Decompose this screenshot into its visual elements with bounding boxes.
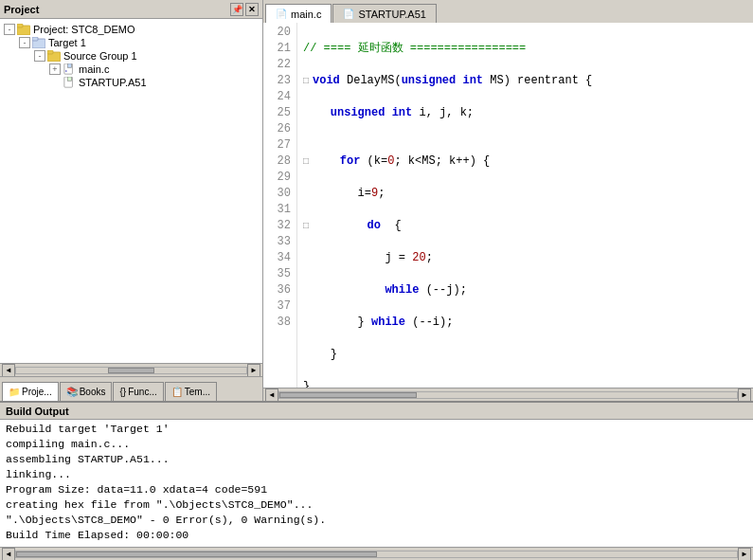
close-button[interactable]: ✕ (245, 3, 259, 16)
output-hscroll[interactable]: ◀ ▶ (0, 547, 753, 560)
svg-rect-1 (17, 24, 23, 27)
tab-books-label: Books (80, 387, 106, 397)
project-icon (17, 24, 30, 35)
tree-item-project[interactable]: - Project: STC8_DEMO (0, 23, 262, 36)
tab-templ[interactable]: 📋 Tem... (165, 382, 217, 401)
project-panel: Project 📌 ✕ - Project: STC8_DEMO (0, 0, 263, 401)
output-line-3: assembling STARTUP.A51... (6, 452, 747, 467)
output-line-4: linking... (6, 467, 747, 482)
output-scroll-thumb[interactable] (16, 551, 377, 557)
code-hscroll[interactable]: ◀ ▶ (263, 388, 753, 401)
output-scroll-track[interactable] (15, 551, 738, 558)
output-scroll-right[interactable]: ▶ (738, 548, 751, 561)
tab-project-label: Proje... (22, 387, 52, 397)
panel-controls: 📌 ✕ (230, 3, 259, 16)
target-icon (32, 37, 45, 48)
output-line-8: Build Time Elapsed: 00:00:00 (6, 528, 747, 543)
tab-books[interactable]: 📚 Books (60, 382, 113, 401)
output-line-2: compiling main.c... (6, 437, 747, 452)
build-output-label: Build Output (6, 406, 69, 417)
startup-tab-icon: 📄 (343, 9, 354, 19)
tree-item-target1[interactable]: - Target 1 (0, 36, 262, 49)
mainc-tab-icon: 📄 (276, 9, 287, 19)
left-scroll-right[interactable]: ▶ (247, 364, 260, 377)
build-output-title: Build Output (0, 403, 753, 420)
tab-project[interactable]: 📁 Proje... (2, 382, 59, 401)
mainc-tab-label: main.c (291, 9, 321, 20)
left-hscroll[interactable]: ◀ ▶ (0, 363, 262, 376)
tab-funcs-label: Func... (128, 387, 157, 397)
tab-funcs[interactable]: {} Func... (113, 382, 163, 401)
code-area[interactable]: 20 21 22 23 24 25 26 27 28 29 30 31 32 3… (263, 23, 753, 388)
project-tree: - Project: STC8_DEMO - Target 1 (0, 19, 262, 363)
panel-title: Project (4, 4, 39, 15)
left-scroll-left[interactable]: ◀ (2, 364, 15, 377)
code-scroll-thumb[interactable] (279, 392, 417, 398)
tab-project-icon: 📁 (9, 387, 20, 397)
tree-item-startupa51[interactable]: STARTUP.A51 (0, 76, 262, 89)
code-editor: 📄 main.c 📄 STARTUP.A51 20 21 22 23 24 25 (263, 0, 753, 401)
expand-icon-mainc[interactable]: + (49, 63, 61, 75)
mainc-label: main.c (79, 63, 109, 75)
startup-tab-label: STARTUP.A51 (358, 9, 426, 20)
code-tab-bar: 📄 main.c 📄 STARTUP.A51 (263, 0, 753, 23)
svg-rect-5 (47, 50, 53, 54)
svg-rect-10 (67, 77, 71, 81)
tree-item-sourcegroup1[interactable]: - Source Group 1 (0, 49, 262, 63)
sourcegroup-icon (47, 50, 61, 62)
output-scroll-left[interactable]: ◀ (2, 548, 15, 561)
output-line-1: Rebuild target 'Target 1' (6, 422, 747, 437)
left-scroll-thumb[interactable] (108, 368, 154, 373)
code-tab-mainc[interactable]: 📄 main.c (265, 4, 332, 23)
c-file-icon: c (63, 63, 76, 75)
code-content[interactable]: // ==== 延时函数 ================= □void Del… (297, 23, 753, 388)
tab-templ-icon: 📋 (171, 387, 183, 397)
tab-funcs-icon: {} (119, 387, 126, 397)
output-line-7: ".\Objects\STC8_DEMO" - 0 Error(s), 0 Wa… (6, 513, 747, 528)
pin-button[interactable]: 📌 (230, 3, 243, 16)
panel-title-bar: Project 📌 ✕ (0, 0, 262, 19)
code-tab-startupa51[interactable]: 📄 STARTUP.A51 (332, 4, 437, 23)
output-line-6: creating hex file from ".\Objects\STC8_D… (6, 497, 747, 513)
svg-rect-7 (67, 63, 71, 67)
startupa51-label: STARTUP.A51 (79, 77, 147, 88)
left-tab-bar: 📁 Proje... 📚 Books {} Func... 📋 Tem... (0, 376, 262, 401)
left-scroll-track[interactable] (15, 367, 247, 374)
tab-templ-label: Tem... (185, 387, 210, 397)
project-label: Project: STC8_DEMO (33, 24, 135, 35)
tab-books-icon: 📚 (66, 387, 78, 397)
svg-rect-3 (32, 37, 38, 41)
expand-icon-target1[interactable]: - (19, 37, 30, 48)
target1-label: Target 1 (48, 37, 86, 48)
asm-file-icon (63, 77, 76, 88)
build-output-content: Rebuild target 'Target 1' compiling main… (0, 420, 753, 547)
expand-icon-project[interactable]: - (4, 24, 15, 35)
tree-item-mainc[interactable]: + c main.c (0, 63, 262, 76)
build-output-panel: Build Output Rebuild target 'Target 1' c… (0, 401, 753, 560)
line-numbers: 20 21 22 23 24 25 26 27 28 29 30 31 32 3… (263, 23, 297, 388)
expand-icon-sourcegroup1[interactable]: - (34, 50, 45, 62)
code-scroll-right[interactable]: ▶ (738, 388, 751, 402)
code-scroll-track[interactable] (278, 391, 738, 399)
sourcegroup1-label: Source Group 1 (63, 50, 137, 62)
output-line-5: Program Size: data=11.0 xdata=4 code=591 (6, 482, 747, 497)
code-scroll-left[interactable]: ◀ (265, 388, 278, 402)
